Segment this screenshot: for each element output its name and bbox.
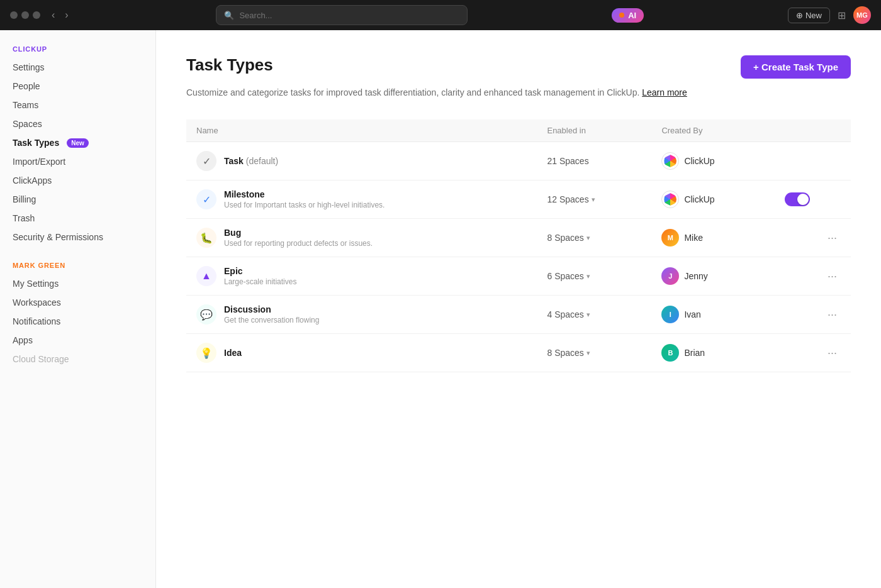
spaces-count: 6 Spaces bbox=[547, 271, 583, 281]
sidebar-item-my-settings[interactable]: My Settings bbox=[0, 274, 155, 293]
creator-cell: J Jenny bbox=[651, 257, 774, 296]
sidebar-item-people[interactable]: People bbox=[0, 77, 155, 96]
task-type-name: Epic bbox=[224, 266, 296, 276]
task-type-name: Milestone bbox=[224, 189, 384, 199]
people-label: People bbox=[13, 81, 40, 91]
apps-label: Apps bbox=[13, 335, 33, 345]
creator-cell: M Mike bbox=[651, 219, 774, 257]
table-header: Name Enabled in Created By bbox=[186, 119, 851, 142]
page-title: Task Types bbox=[186, 55, 273, 75]
ai-label: AI bbox=[628, 11, 636, 20]
ai-button[interactable]: AI bbox=[612, 8, 644, 23]
table-row: 💬 Discussion Get the conversation flowin… bbox=[186, 296, 851, 334]
task-type-icon: ✓ bbox=[196, 151, 216, 171]
table-row: ▲ Epic Large-scale initiatives 6 Spaces … bbox=[186, 257, 851, 296]
new-plus-icon: ⊕ bbox=[796, 11, 803, 20]
more-options-button[interactable]: ··· bbox=[824, 269, 841, 284]
chevron-down-icon[interactable]: ▾ bbox=[586, 234, 590, 242]
my-settings-label: My Settings bbox=[13, 279, 59, 289]
chevron-down-icon[interactable]: ▾ bbox=[592, 196, 595, 204]
table-row: 💡 Idea 8 Spaces ▾ bbox=[186, 334, 851, 372]
name-cell: 💬 Discussion Get the conversation flowin… bbox=[186, 296, 537, 334]
cloud-storage-label: Cloud Storage bbox=[13, 354, 69, 364]
settings-label: Settings bbox=[13, 62, 45, 72]
sidebar-item-security[interactable]: Security & Permissions bbox=[0, 228, 155, 247]
task-type-icon: 💡 bbox=[196, 343, 216, 363]
action-cell: ··· bbox=[775, 334, 851, 372]
spaces-cell: 8 Spaces ▾ bbox=[537, 334, 651, 372]
action-cell: ··· bbox=[775, 296, 851, 334]
name-cell: ▲ Epic Large-scale initiatives bbox=[186, 257, 537, 296]
sidebar-item-apps[interactable]: Apps bbox=[0, 331, 155, 350]
task-type-name: Discussion bbox=[224, 304, 319, 314]
creator-avatar: J bbox=[661, 267, 679, 285]
spaces-cell: 12 Spaces ▾ bbox=[537, 180, 651, 219]
sidebar-item-import-export[interactable]: Import/Export bbox=[0, 152, 155, 171]
spaces-cell: 4 Spaces ▾ bbox=[537, 296, 651, 334]
topbar-right: ⊕ New ⊞ MG bbox=[788, 6, 871, 24]
spaces-label: Spaces bbox=[13, 119, 42, 129]
more-options-button[interactable]: ··· bbox=[824, 345, 841, 361]
task-type-icon: ▲ bbox=[196, 266, 216, 286]
search-input[interactable] bbox=[239, 11, 459, 20]
clickapps-label: ClickApps bbox=[13, 175, 52, 186]
topbar: ‹ › 🔍 AI ⊕ New ⊞ MG bbox=[0, 0, 881, 30]
chevron-down-icon[interactable]: ▾ bbox=[586, 349, 590, 357]
table-row: 🐛 Bug Used for reporting product defects… bbox=[186, 219, 851, 257]
main-layout: CLICKUP Settings People Teams Spaces Tas… bbox=[0, 30, 881, 588]
creator-name: Mike bbox=[684, 233, 703, 243]
sidebar-item-settings[interactable]: Settings bbox=[0, 58, 155, 77]
sidebar-item-spaces[interactable]: Spaces bbox=[0, 114, 155, 133]
sidebar-item-teams[interactable]: Teams bbox=[0, 96, 155, 114]
sidebar-item-trash[interactable]: Trash bbox=[0, 209, 155, 228]
sidebar: CLICKUP Settings People Teams Spaces Tas… bbox=[0, 30, 156, 588]
creator-name: ClickUp bbox=[684, 194, 714, 204]
creator-avatar: M bbox=[661, 229, 679, 247]
chevron-down-icon[interactable]: ▾ bbox=[586, 272, 590, 280]
task-type-desc: Large-scale initiatives bbox=[224, 277, 296, 286]
clickup-logo-inner bbox=[664, 193, 676, 206]
grid-icon[interactable]: ⊞ bbox=[838, 9, 846, 21]
forward-button[interactable]: › bbox=[61, 8, 72, 22]
toggle-switch[interactable] bbox=[785, 192, 810, 206]
sidebar-item-clickapps[interactable]: ClickApps bbox=[0, 171, 155, 190]
learn-more-link[interactable]: Learn more bbox=[642, 87, 687, 97]
spaces-count: 21 Spaces bbox=[547, 156, 588, 166]
sidebar-item-task-types[interactable]: Task Types New bbox=[0, 133, 155, 152]
sidebar-item-notifications[interactable]: Notifications bbox=[0, 312, 155, 331]
spaces-cell: 21 Spaces bbox=[537, 142, 651, 180]
workspaces-label: Workspaces bbox=[13, 297, 61, 308]
task-type-name: Task bbox=[224, 156, 244, 166]
task-types-table: Name Enabled in Created By ✓ Task bbox=[186, 119, 851, 372]
create-task-type-button[interactable]: + Create Task Type bbox=[741, 55, 851, 79]
spaces-count: 4 Spaces bbox=[547, 309, 583, 319]
user-avatar[interactable]: MG bbox=[853, 6, 871, 24]
notifications-label: Notifications bbox=[13, 316, 60, 326]
creator-avatar: B bbox=[661, 344, 679, 362]
spaces-count: 12 Spaces bbox=[547, 194, 588, 204]
chevron-down-icon[interactable]: ▾ bbox=[586, 311, 590, 319]
sidebar-item-workspaces[interactable]: Workspaces bbox=[0, 293, 155, 312]
billing-label: Billing bbox=[13, 194, 36, 204]
toggle-knob bbox=[797, 194, 809, 205]
more-options-button[interactable]: ··· bbox=[824, 230, 841, 246]
new-button[interactable]: ⊕ New bbox=[788, 8, 830, 23]
trash-label: Trash bbox=[13, 213, 35, 223]
subtitle-text: Customize and categorize tasks for impro… bbox=[186, 87, 639, 97]
spaces-count: 8 Spaces bbox=[547, 348, 583, 358]
more-options-button[interactable]: ··· bbox=[824, 307, 841, 323]
sidebar-item-billing[interactable]: Billing bbox=[0, 190, 155, 209]
page-subtitle: Customize and categorize tasks for impro… bbox=[186, 86, 851, 99]
sidebar-item-cloud-storage[interactable]: Cloud Storage bbox=[0, 350, 155, 369]
task-types-label: Task Types bbox=[13, 138, 59, 148]
teams-label: Teams bbox=[13, 100, 38, 110]
creator-name: Jenny bbox=[684, 271, 707, 281]
nav-buttons: ‹ › bbox=[48, 8, 72, 22]
task-type-name: Idea bbox=[224, 348, 242, 358]
task-type-icon: ✓ bbox=[196, 189, 216, 209]
new-badge: New bbox=[67, 138, 89, 148]
table-body: ✓ Task (default) 21 Spaces bbox=[186, 142, 851, 372]
name-cell: ✓ Milestone Used for Important tasks or … bbox=[186, 180, 537, 219]
back-button[interactable]: ‹ bbox=[48, 8, 59, 22]
clickup-logo bbox=[661, 191, 679, 208]
